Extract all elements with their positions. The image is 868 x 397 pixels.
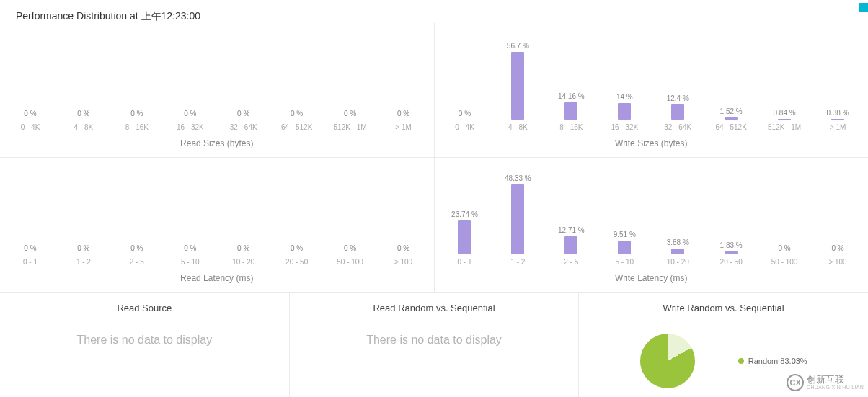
bar-value-label: 14.16 % — [558, 92, 585, 100]
bar-category-label: 0 - 1 — [23, 258, 37, 266]
bar-item: 0 %> 1M — [377, 110, 430, 131]
bar-value-label: 56.7 % — [507, 42, 529, 50]
bar-category-label: 2 - 5 — [130, 258, 144, 266]
legend-label: Random 83.03% — [748, 357, 807, 365]
bar-category-label: > 100 — [394, 258, 412, 266]
bar-category-label: 512K - 1M — [768, 123, 801, 131]
pie-chart — [640, 334, 695, 388]
bar-value-label: 23.74 % — [451, 210, 478, 218]
bar-category-label: 20 - 50 — [285, 258, 308, 266]
chart-axis-title: Read Latency (ms) — [4, 273, 430, 283]
bar-item: 0 %> 100 — [377, 244, 430, 266]
bar-value-label: 0.84 % — [774, 109, 796, 117]
bar — [831, 119, 844, 120]
bar-category-label: 0 - 4K — [21, 123, 40, 131]
bar-category-label: 64 - 512K — [281, 123, 312, 131]
chart-bars: 0 %0 - 4K56.7 %4 - 8K14.16 %8 - 16K14 %1… — [438, 45, 865, 131]
bar-value-label: 0 % — [397, 244, 409, 252]
bar-value-label: 12.4 % — [667, 94, 689, 102]
bar-category-label: > 100 — [828, 258, 846, 266]
bar-item: 0 %1 - 2 — [57, 244, 110, 266]
chart-write-latency: 23.74 %0 - 148.33 %1 - 212.71 %2 - 59.51… — [434, 158, 869, 292]
bar-item: 0 %50 - 100 — [324, 244, 377, 266]
pie-legend-item: Random 83.03% — [738, 357, 807, 365]
bar-value-label: 9.51 % — [614, 231, 636, 238]
bar-category-label: 32 - 64K — [230, 123, 257, 131]
bar-item: 0 %8 - 16K — [110, 110, 164, 131]
bar-category-label: 16 - 32K — [611, 123, 638, 131]
bar-value-label: 0 % — [24, 244, 36, 252]
bar-value-label: 0 % — [130, 110, 143, 117]
bar-category-label: 32 - 64K — [664, 123, 691, 131]
bar-item: 14 %16 - 32K — [598, 93, 651, 131]
chart-bars: 23.74 %0 - 148.33 %1 - 212.71 %2 - 59.51… — [438, 179, 865, 266]
watermark-en: CHUANG XIN HU LIAN — [807, 385, 864, 391]
bar-item: 12.71 %2 - 5 — [544, 226, 598, 266]
watermark: CX 创新互联 CHUANG XIN HU LIAN — [787, 374, 864, 391]
bar-value-label: 1.83 % — [720, 241, 743, 249]
panel-title: Read Source — [7, 303, 282, 313]
bar-item: 0 %0 - 4K — [438, 110, 492, 131]
panel-read-source: Read Source There is no data to display — [0, 293, 289, 397]
bar-value-label: 3.88 % — [667, 238, 689, 246]
bar-item: 0 %0 - 4K — [4, 110, 57, 131]
panel-read-random-seq: Read Random vs. Sequential There is no d… — [289, 293, 579, 397]
bar-value-label: 0 % — [778, 244, 790, 252]
bar-item: 12.4 %32 - 64K — [651, 94, 704, 131]
bar-item: 0.38 %> 1M — [811, 109, 864, 131]
page-accent-indicator — [859, 3, 868, 12]
bar-item: 14.16 %8 - 16K — [544, 92, 598, 131]
bar-category-label: 512K - 1M — [334, 123, 367, 131]
bar-value-label: 1.52 % — [720, 107, 743, 115]
bar-item: 0 %5 - 10 — [164, 244, 217, 266]
bar-category-label: 4 - 8K — [508, 123, 528, 131]
bar-category-label: 20 - 50 — [720, 258, 743, 266]
bar-category-label: 2 - 5 — [564, 258, 578, 266]
bar — [511, 184, 524, 254]
bar-category-label: 50 - 100 — [771, 258, 798, 266]
no-data-message: There is no data to display — [7, 334, 282, 347]
bar-item: 0 %10 - 20 — [217, 244, 270, 266]
bar — [458, 220, 471, 254]
bar-category-label: 0 - 1 — [457, 258, 471, 266]
bar-item: 0 %16 - 32K — [164, 110, 217, 131]
bar-category-label: 5 - 10 — [181, 258, 200, 266]
bar-value-label: 0 % — [77, 244, 89, 252]
bar-value-label: 0 % — [184, 244, 196, 252]
bar-category-label: 8 - 16K — [559, 123, 583, 131]
bar-value-label: 0 % — [130, 244, 143, 252]
bar-category-label: 8 - 16K — [125, 123, 149, 131]
bar-value-label: 0 % — [459, 110, 471, 117]
bar-category-label: 10 - 20 — [667, 258, 689, 266]
chart-read-latency: 0 %0 - 10 %1 - 20 %2 - 50 %5 - 100 %10 -… — [0, 158, 434, 292]
bar-item: 0 %0 - 1 — [4, 244, 57, 266]
bar-item: 0 %20 - 50 — [270, 244, 324, 266]
bar-category-label: 1 - 2 — [76, 258, 91, 266]
bar-value-label: 48.33 % — [505, 174, 531, 182]
bar-category-label: 0 - 4K — [455, 123, 474, 131]
bar-value-label: 0 % — [24, 110, 36, 117]
bar-category-label: > 1M — [395, 123, 412, 131]
bar-category-label: 10 - 20 — [232, 258, 254, 266]
chart-axis-title: Write Latency (ms) — [438, 273, 865, 283]
panel-title: Read Random vs. Sequential — [297, 303, 572, 313]
chart-axis-title: Read Sizes (bytes) — [4, 138, 430, 148]
bar-category-label: 5 - 10 — [615, 258, 634, 266]
bar-value-label: 0 % — [344, 244, 356, 252]
bar-value-label: 0 % — [237, 110, 249, 117]
bar-value-label: 0 % — [344, 110, 356, 117]
bar-value-label: 14 % — [616, 93, 633, 101]
bar-value-label: 0 % — [291, 110, 303, 117]
bar-item: 56.7 %4 - 8K — [491, 42, 544, 132]
bar-item: 0 %32 - 64K — [217, 110, 270, 131]
chart-axis-title: Write Sizes (bytes) — [438, 138, 865, 148]
bar-value-label: 0 % — [397, 110, 409, 117]
bar-item: 0 %512K - 1M — [324, 110, 377, 131]
no-data-message: There is no data to display — [297, 334, 572, 347]
bar-item: 0 %50 - 100 — [758, 244, 811, 266]
bar — [725, 251, 738, 254]
page-title: Performance Distribution at 上午12:23:00 — [16, 10, 852, 23]
bar-item: 0.84 %512K - 1M — [758, 109, 811, 131]
chart-bars: 0 %0 - 10 %1 - 20 %2 - 50 %5 - 100 %10 -… — [4, 179, 430, 266]
bar-value-label: 0 % — [237, 244, 249, 252]
